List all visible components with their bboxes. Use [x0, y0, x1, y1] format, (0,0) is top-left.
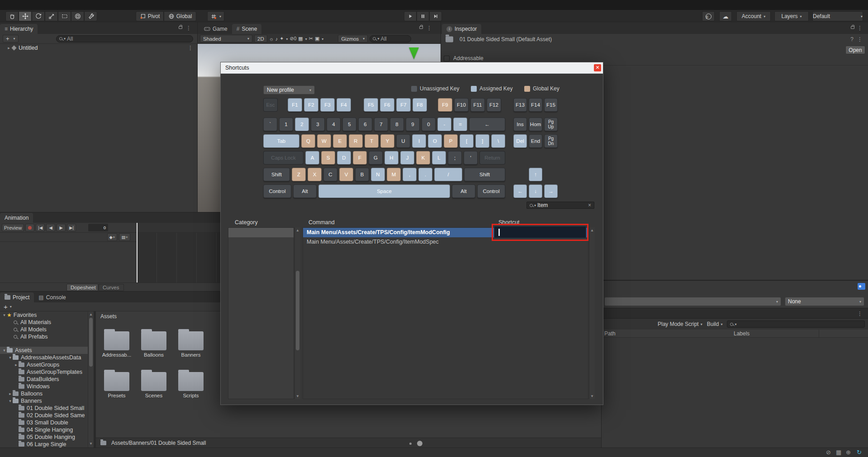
key-f7[interactable]: F7 [396, 98, 411, 112]
key-f12[interactable]: F12 [487, 98, 501, 112]
tree-item[interactable]: DataBuilders [0, 376, 94, 383]
global-toggle[interactable]: Global [164, 11, 196, 21]
tree-item[interactable]: ▸ Balloons [0, 390, 94, 397]
timeline-ruler[interactable] [137, 223, 220, 233]
tree-item[interactable]: ▸ AssetGroups [0, 361, 94, 368]
key-8[interactable]: 8 [390, 118, 404, 131]
key-space[interactable]: Space [318, 184, 450, 198]
kebab-menu-icon[interactable]: ⋮ [857, 36, 863, 42]
key-`[interactable]: ` [263, 118, 277, 131]
key-x[interactable]: X [308, 168, 322, 181]
record-icon[interactable] [25, 224, 34, 231]
key-h[interactable]: H [384, 151, 398, 165]
asset-folder-cell[interactable]: Addressab... [98, 331, 135, 358]
key-alt[interactable]: Alt [293, 184, 317, 198]
key-][interactable]: ] [475, 134, 489, 148]
shortcut-search-input[interactable]: ▾ Item × [526, 202, 594, 209]
tree-scrollbar[interactable]: ▲ ▼ [88, 311, 94, 448]
category-scrollbar[interactable]: ▲ ▼ [294, 227, 300, 399]
tab-game[interactable]: Game [199, 24, 232, 34]
key-d[interactable]: D [337, 151, 351, 165]
kebab-menu-icon[interactable]: ⋮ [427, 25, 432, 31]
addressable-checkbox[interactable] [444, 56, 450, 61]
tree-item[interactable]: ▾ Favorites [0, 311, 94, 319]
category-item[interactable] [228, 228, 294, 237]
tree-item[interactable]: 06 Large Single [0, 441, 94, 448]
key-v[interactable]: V [339, 168, 353, 181]
key-u[interactable]: U [396, 134, 410, 148]
key-/[interactable]: / [434, 168, 462, 181]
key-alt[interactable]: Alt [452, 184, 475, 198]
key-.[interactable]: . [418, 168, 432, 181]
grid-snap-button[interactable]: ▾ [207, 11, 224, 21]
kebab-menu-icon[interactable]: ⋮ [857, 25, 863, 31]
key-f4[interactable]: F4 [337, 98, 351, 112]
asset-folder-cell[interactable]: Scripts [172, 372, 209, 398]
category-item[interactable] [228, 342, 294, 351]
tree-item[interactable]: All Prefabs [0, 333, 94, 340]
curves-tab[interactable]: Curves [99, 284, 124, 291]
network-icon[interactable]: ⊕ [846, 449, 851, 456]
zoom-slider-thumb[interactable] [417, 441, 422, 446]
preview-button[interactable]: Preview [2, 224, 24, 231]
key-4[interactable]: 4 [327, 118, 341, 131]
move-tool-icon[interactable] [19, 11, 32, 21]
frame-field[interactable]: 0 [88, 224, 108, 231]
profile-dropdown[interactable]: New profile▾ [263, 85, 315, 94]
key-esc[interactable]: Esc [263, 98, 278, 112]
key-2[interactable]: 2 [295, 118, 309, 131]
refresh-progress-icon[interactable]: ↻ [857, 449, 862, 456]
key-g[interactable]: G [369, 151, 383, 165]
key-3[interactable]: 3 [311, 118, 325, 131]
dopesheet-area[interactable] [137, 233, 220, 283]
category-item[interactable] [228, 313, 294, 323]
pivot-toggle[interactable]: Pivot [136, 11, 164, 21]
play-animation-icon[interactable]: ▶ [57, 224, 66, 231]
gizmos-dropdown[interactable]: Gizmos▾ [338, 35, 368, 42]
key-←[interactable]: ← [513, 184, 527, 198]
key-f9[interactable]: F9 [438, 98, 452, 112]
tree-item[interactable]: ▾ Banners [0, 397, 94, 405]
hand-tool-icon[interactable] [5, 11, 19, 21]
add-gameobject-button[interactable]: +▾ [3, 35, 19, 42]
key-j[interactable]: J [400, 151, 414, 165]
key-f5[interactable]: F5 [364, 98, 378, 112]
key-←[interactable]: ← [469, 118, 505, 131]
kebab-menu-icon[interactable]: ⋮ [857, 311, 863, 317]
lock-icon[interactable] [419, 26, 423, 29]
key-r[interactable]: R [349, 134, 363, 148]
key-ins[interactable]: Ins [513, 118, 527, 131]
category-item[interactable] [228, 361, 294, 370]
key-f14[interactable]: F14 [529, 98, 542, 112]
play-icon[interactable] [404, 11, 417, 21]
asset-folder-cell[interactable]: Balloons [135, 331, 172, 358]
key-,[interactable]: , [403, 168, 417, 181]
key--[interactable]: - [437, 118, 451, 131]
key-hom[interactable]: Hom [529, 118, 542, 131]
key-end[interactable]: End [529, 134, 542, 148]
component-tool-icon[interactable]: ✂ [309, 36, 313, 42]
category-item[interactable] [228, 323, 294, 332]
caret-icon[interactable]: ▸ [8, 391, 13, 396]
effects-icon[interactable]: ✦▾ [280, 36, 288, 42]
tree-item[interactable]: ▾ AddressableAssetsData [0, 354, 94, 361]
close-icon[interactable]: ✕ [594, 64, 601, 71]
asset-folder-cell[interactable]: Presets [98, 372, 135, 398]
key-=[interactable]: = [453, 118, 467, 131]
scene-search-input[interactable]: ▾ All [370, 35, 411, 42]
tree-item[interactable]: All Materials [0, 319, 94, 326]
playhead[interactable] [137, 223, 138, 283]
key-↓[interactable]: ↓ [529, 184, 542, 198]
category-item[interactable] [228, 370, 294, 380]
key-i[interactable]: I [412, 134, 426, 148]
category-item[interactable] [228, 304, 294, 313]
layers-dropdown[interactable]: Layers▾ [774, 11, 809, 21]
category-item[interactable] [228, 351, 294, 361]
key-[[interactable]: [ [460, 134, 474, 148]
tree-item[interactable]: 03 Small Double [0, 419, 94, 426]
custom-tools-icon[interactable] [84, 11, 97, 21]
pause-icon[interactable] [417, 11, 429, 21]
category-item[interactable] [228, 389, 294, 399]
hierarchy-search-input[interactable]: ▾ All [56, 35, 193, 42]
breadcrumb[interactable]: Assets/Banners/01 Double Sided Small [111, 440, 206, 446]
